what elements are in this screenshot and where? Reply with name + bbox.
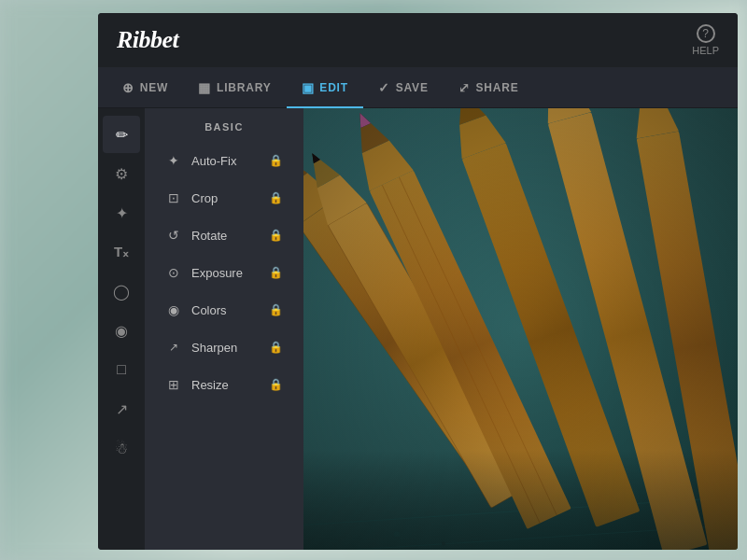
rotate-lock: 🔒 — [269, 229, 283, 242]
share-icon: ⤢ — [458, 80, 471, 95]
resize-label: Resize — [191, 378, 229, 392]
tool-panel: BASIC ✦ Auto-Fix 🔒 ⊡ Crop 🔒 — [145, 108, 303, 550]
tool-crop-left: ⊡ Crop — [165, 189, 218, 206]
auto-fix-lock: 🔒 — [269, 154, 283, 167]
app-container: Ribbet ? HELP ⊕ NEW ▦ LIBRARY ▣ EDIT ✓ S… — [98, 13, 738, 550]
edit-icon: ▣ — [302, 80, 315, 95]
resize-icon: ⊞ — [165, 376, 182, 393]
tool-panel-header: BASIC — [145, 108, 303, 142]
rotate-icon: ↺ — [165, 227, 182, 244]
colors-label: Colors — [191, 303, 227, 317]
tool-resize-left: ⊞ Resize — [165, 376, 229, 393]
exposure-lock: 🔒 — [269, 266, 283, 279]
icon-sidebar: ✏ ⚙ ✦ Tₓ ◯ ◉ □ ↗ ☃ — [98, 108, 145, 550]
tool-sharpen-left: ↗ Sharpen — [165, 339, 237, 356]
resize-lock: 🔒 — [269, 378, 283, 391]
canvas-area[interactable] — [303, 108, 738, 550]
sharpen-icon: ↗ — [165, 339, 182, 356]
app-logo: Ribbet — [117, 26, 178, 54]
nav-library-label: LIBRARY — [217, 81, 272, 94]
sidebar-sticker[interactable]: ↗ — [103, 390, 140, 427]
tool-colors-left: ◉ Colors — [165, 301, 227, 318]
sidebar-shape[interactable]: ◯ — [103, 273, 140, 310]
tool-crop[interactable]: ⊡ Crop 🔒 — [150, 180, 298, 216]
exposure-icon: ⊙ — [165, 264, 182, 281]
sidebar-settings[interactable]: ⚙ — [103, 155, 140, 192]
nav-save[interactable]: ✓ SAVE — [363, 67, 444, 108]
tool-resize[interactable]: ⊞ Resize 🔒 — [150, 367, 298, 402]
nav-new-label: NEW — [140, 81, 168, 94]
tool-rotate-left: ↺ Rotate — [165, 227, 227, 244]
crop-lock: 🔒 — [269, 191, 283, 204]
tool-exposure-left: ⊙ Exposure — [165, 264, 243, 281]
colors-icon: ◉ — [165, 301, 182, 318]
library-icon: ▦ — [198, 80, 211, 95]
tool-auto-fix[interactable]: ✦ Auto-Fix 🔒 — [150, 143, 298, 178]
nav-new[interactable]: ⊕ NEW — [107, 67, 183, 108]
auto-fix-label: Auto-Fix — [191, 154, 236, 168]
colors-lock: 🔒 — [269, 303, 283, 316]
rotate-label: Rotate — [191, 229, 227, 243]
new-icon: ⊕ — [122, 80, 134, 95]
auto-fix-icon: ✦ — [165, 152, 182, 169]
topbar: Ribbet ? HELP — [98, 13, 738, 67]
sidebar-pencil[interactable]: ✏ — [103, 116, 140, 153]
navbar: ⊕ NEW ▦ LIBRARY ▣ EDIT ✓ SAVE ⤢ SHARE — [98, 67, 738, 108]
sharpen-label: Sharpen — [191, 341, 237, 355]
sidebar-stamp[interactable]: ◉ — [103, 312, 140, 349]
help-button[interactable]: ? HELP — [692, 24, 719, 56]
svg-rect-42 — [303, 108, 738, 550]
sidebar-frame[interactable]: □ — [103, 351, 140, 388]
nav-edit-label: EDIT — [319, 81, 348, 94]
tool-rotate[interactable]: ↺ Rotate 🔒 — [150, 217, 298, 253]
nav-share[interactable]: ⤢ SHARE — [444, 67, 534, 108]
help-circle-icon: ? — [697, 24, 715, 43]
main-content: ✏ ⚙ ✦ Tₓ ◯ ◉ □ ↗ ☃ BASIC ✦ Auto-Fix 🔒 — [98, 108, 738, 550]
sidebar-effect[interactable]: ☃ — [103, 429, 140, 467]
tool-exposure[interactable]: ⊙ Exposure 🔒 — [150, 255, 298, 290]
pencil-image — [303, 108, 738, 550]
crop-icon: ⊡ — [165, 189, 182, 206]
save-icon: ✓ — [378, 80, 390, 95]
tool-colors[interactable]: ◉ Colors 🔒 — [150, 292, 298, 328]
nav-share-label: SHARE — [476, 81, 519, 94]
crop-label: Crop — [191, 191, 218, 205]
tool-sharpen[interactable]: ↗ Sharpen 🔒 — [150, 329, 298, 365]
help-label: HELP — [692, 45, 719, 56]
nav-library[interactable]: ▦ LIBRARY — [183, 67, 286, 108]
tool-auto-fix-left: ✦ Auto-Fix — [165, 152, 236, 169]
sharpen-lock: 🔒 — [269, 341, 283, 354]
exposure-label: Exposure — [191, 266, 243, 280]
nav-edit[interactable]: ▣ EDIT — [287, 67, 363, 108]
sidebar-magic[interactable]: ✦ — [103, 194, 140, 231]
sidebar-text[interactable]: Tₓ — [103, 233, 140, 271]
nav-save-label: SAVE — [396, 81, 429, 94]
